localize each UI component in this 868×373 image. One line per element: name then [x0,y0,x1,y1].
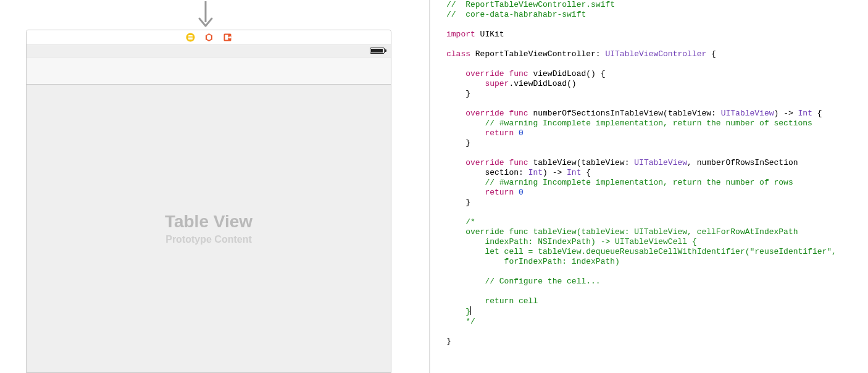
code-token: { [581,168,591,177]
battery-icon [370,48,385,54]
table-view-placeholder[interactable]: Table View Prototype Content [27,85,391,372]
code-token: , numberOfRowsInSection [687,158,798,167]
code-token: section: [446,168,528,177]
scene-dock [27,30,391,45]
code-token: { [706,49,716,59]
code-line: forIndexPath: indexPath) [446,257,620,266]
initial-view-controller-arrow-icon [194,0,217,31]
code-token: viewDidLoad() { [528,69,606,78]
code-token: import [446,30,475,39]
text-cursor [470,306,471,315]
code-token: func [504,69,528,78]
code-token: } [446,89,470,98]
exit-icon[interactable] [222,33,232,43]
code-token: } [446,138,470,148]
code-token: class [446,49,470,59]
code-token: 0 [514,188,524,197]
view-controller-icon[interactable] [185,33,195,43]
code-token: super [446,79,509,88]
code-token: numberOfSectionsInTableView(tableView: [528,109,721,118]
code-token: UITableViewController [605,49,706,59]
code-line: } [446,307,470,316]
tableview-subtitle-label: Prototype Content [165,234,252,245]
code-token: ) -> [774,109,798,118]
code-line: indexPath: NSIndexPath) -> UITableViewCe… [446,237,697,246]
code-token: Int [798,109,812,118]
code-line: /* [446,217,475,227]
svg-rect-8 [225,35,228,40]
code-token: override [446,109,504,118]
code-line: let cell = tableView.dequeueReusableCell… [446,247,837,256]
code-token: return [446,128,514,138]
scene-frame[interactable]: Table View Prototype Content [26,30,391,373]
code-token: { [812,109,822,118]
code-line: // #warning Incomplete implementation, r… [446,178,793,187]
code-line: // core-data-habrahabr-swift [446,10,586,19]
code-token: func [504,158,528,167]
code-token: 0 [514,128,524,138]
code-token: UITableView [721,109,774,118]
code-token: override [446,69,504,78]
code-token: tableView(tableView: [528,158,635,167]
code-line: // #warning Incomplete implementation, r… [446,119,812,128]
code-token: Int [567,168,581,177]
navigation-bar[interactable] [27,57,391,85]
code-token: UITableView [634,158,687,167]
code-line: */ [446,317,475,326]
code-line: override func tableView(tableView: UITab… [446,227,798,237]
code-token: UIKit [475,30,504,39]
code-line: // Configure the cell... [446,277,601,286]
code-line: return cell [446,296,538,306]
code-token: Int [528,168,543,177]
source-editor[interactable]: // ReportTableViewController.swift // co… [430,0,868,373]
code-token: .viewDidLoad() [509,79,576,88]
code-token: func [504,109,528,118]
code-token: override [446,158,504,167]
interface-builder-canvas[interactable]: Table View Prototype Content [0,0,429,373]
code-line: // ReportTableViewController.swift [446,0,615,9]
code-token: ) -> [543,168,567,177]
code-token: return [446,188,514,197]
status-bar [27,45,391,57]
code-token: } [446,198,470,207]
code-token: ReportTableViewController: [470,49,605,59]
tableview-title-label: Table View [165,212,252,232]
first-responder-icon[interactable] [204,33,214,43]
code-line: } [446,337,451,346]
